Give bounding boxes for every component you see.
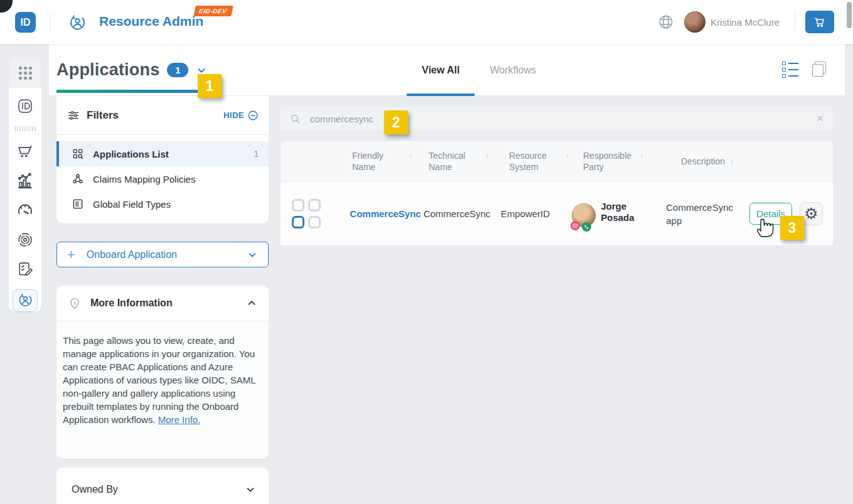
card-view-toggle-icon[interactable] (812, 62, 827, 78)
hide-filters-button[interactable]: HIDE (223, 110, 259, 121)
more-information-body: This page allows you to view, create, an… (56, 321, 269, 459)
chevron-up-icon[interactable] (246, 298, 257, 309)
hierarchy-icon (72, 173, 84, 185)
sidebar-item-id[interactable] (16, 97, 35, 115)
more-information-title: More Information (90, 298, 173, 309)
column-header-resource-system[interactable]: Resource System↑ (509, 150, 583, 173)
sort-ascending-icon[interactable]: ↑ (640, 151, 644, 162)
header-divider (50, 13, 51, 31)
column-header-friendly-name[interactable]: Friendly Name↑ (352, 150, 429, 173)
sidebar-item-dashboard[interactable] (16, 201, 35, 220)
user-avatar (684, 11, 705, 33)
scrollbar-thumb[interactable] (847, 2, 852, 28)
filter-item-global-field-types[interactable]: Global Field Types (56, 191, 269, 217)
fingerprint-icon (16, 231, 34, 249)
id-badge-icon (17, 98, 33, 114)
step-marker-1: 1 (198, 74, 222, 98)
plus-icon: + (67, 247, 75, 263)
sort-ascending-icon[interactable]: ↑ (485, 151, 490, 162)
sidebar-item-analytics[interactable] (16, 171, 35, 190)
app-title: Resource Admin (99, 14, 203, 29)
search-input[interactable]: commercesync ✕ (281, 107, 833, 131)
column-header-description[interactable]: Description↑ (681, 156, 768, 168)
description-cell: CommerceSync app (666, 202, 733, 226)
sidebar-item-identity[interactable] (16, 230, 35, 249)
phone-badge-icon (582, 222, 591, 232)
resource-system-cell: EmpowerID (501, 208, 550, 219)
apps-grid-icon (19, 67, 32, 80)
application-name-link[interactable]: CommerceSync (350, 208, 421, 219)
info-pin-icon (68, 296, 82, 310)
responsible-party-name: Jorge Posada (601, 201, 640, 223)
header-divider (795, 13, 795, 31)
filter-item-label: Global Field Types (93, 199, 171, 210)
clear-search-icon[interactable]: ✕ (816, 113, 824, 124)
sort-ascending-icon[interactable]: ↑ (409, 151, 413, 162)
step-marker-3: 3 (780, 216, 804, 240)
owned-by-panel[interactable]: Owned By (56, 468, 269, 504)
user-name: Kristina McClure (711, 17, 780, 28)
user-menu[interactable]: Kristina McClure (684, 11, 780, 33)
more-information-panel: More Information This page allows you to… (56, 286, 269, 459)
onboard-button-label: Onboard Application (87, 249, 177, 260)
tab-workflows[interactable]: Workflows (490, 44, 536, 96)
sidebar-item-requests[interactable] (16, 260, 35, 279)
chevron-down-icon[interactable] (245, 484, 256, 495)
sidebar-item-apps-grid[interactable] (9, 58, 41, 88)
filter-item-claims-mapping-policies[interactable]: Claims Mapping Policies (56, 166, 269, 191)
filter-item-label: Applications List (93, 149, 169, 159)
applications-table: Friendly Name↑ Technical Name↑ Resource … (281, 141, 833, 246)
scrollbar[interactable] (846, 0, 853, 504)
filter-item-count: 1 (254, 149, 259, 159)
sidebar-item-cart[interactable] (16, 142, 35, 161)
search-icon (289, 113, 301, 125)
table-header-row: Friendly Name↑ Technical Name↑ Resource … (281, 141, 833, 181)
globe-icon[interactable] (658, 14, 674, 30)
gear-icon: ⚙ (804, 206, 818, 222)
document-edit-icon (16, 260, 34, 278)
icon-sidebar (9, 58, 41, 312)
window-corner (0, 0, 13, 13)
sort-ascending-icon[interactable]: ↑ (730, 156, 734, 168)
email-badge-icon (571, 221, 580, 230)
step-marker-2: 2 (384, 110, 408, 134)
page-header-band: Applications 1 View All Workflows (49, 44, 845, 96)
application-tile-icon (292, 199, 321, 228)
tab-view-all[interactable]: View All (422, 44, 459, 96)
filter-item-applications-list[interactable]: Applications List 1 (56, 141, 269, 166)
field-list-icon (72, 198, 84, 210)
environment-badge: EID-DEV (193, 6, 233, 16)
chart-icon (16, 171, 35, 190)
sidebar-divider-dashes (14, 126, 36, 131)
tab-bar: View All Workflows (422, 44, 536, 96)
column-header-technical-name[interactable]: Technical Name↑ (429, 150, 509, 173)
workflow-person-icon (17, 292, 33, 309)
filter-sliders-icon (67, 109, 80, 122)
filters-panel: Filters HIDE Applications List 1 (56, 96, 269, 223)
cart-icon (813, 15, 827, 29)
chevron-down-icon[interactable] (247, 249, 258, 260)
table-row[interactable]: CommerceSync CommerceSync EmpowerID Jorg… (281, 181, 833, 246)
cart-button[interactable] (805, 11, 834, 33)
app-search-icon (72, 147, 84, 160)
circle-minus-icon (247, 110, 259, 121)
cart-outline-icon (16, 142, 34, 160)
top-header: ID Resource Admin EID-DEV Kristina McClu… (0, 0, 853, 44)
sort-ascending-icon[interactable]: ↑ (566, 151, 570, 162)
list-view-toggle-icon[interactable] (782, 62, 798, 78)
more-info-link[interactable]: More Info. (158, 414, 201, 425)
sidebar-item-resource-admin[interactable] (13, 289, 38, 312)
technical-name-cell: CommerceSync (424, 208, 491, 219)
filters-title: Filters (87, 109, 119, 122)
results-count-badge: 1 (167, 63, 188, 77)
page-title: Applications (56, 60, 159, 80)
brand-logo[interactable]: ID (15, 12, 36, 33)
workflow-person-icon[interactable] (68, 14, 87, 33)
filter-item-label: Claims Mapping Policies (93, 174, 195, 185)
title-gradient-underline (56, 90, 200, 93)
search-value: commercesync (310, 114, 373, 124)
gauge-icon (16, 201, 35, 220)
onboard-application-button[interactable]: + Onboard Application (56, 242, 269, 267)
responsible-party-cell[interactable]: Jorge Posada (572, 201, 666, 227)
column-header-responsible-party[interactable]: Responsible Party↑ (583, 150, 681, 173)
